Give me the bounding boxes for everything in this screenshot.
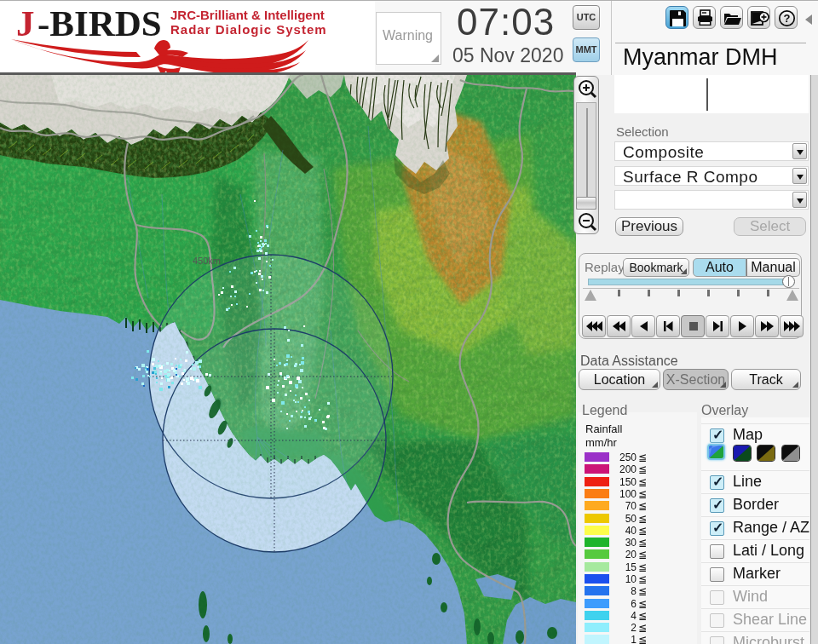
svg-text:JRC-Brilliant & Intelligent: JRC-Brilliant & Intelligent <box>170 8 325 22</box>
svg-text:-BIRDS: -BIRDS <box>37 3 162 43</box>
svg-text:?: ? <box>784 12 791 25</box>
svg-text:Radar Dialogic System: Radar Dialogic System <box>170 22 327 37</box>
svg-text:450km: 450km <box>193 256 221 266</box>
svg-text:J: J <box>16 3 35 43</box>
